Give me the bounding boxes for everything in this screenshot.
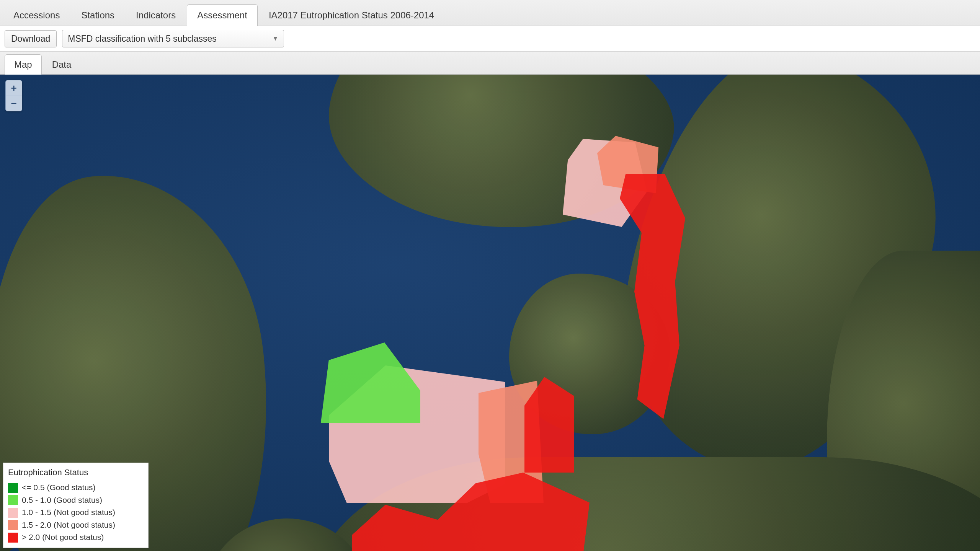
legend-swatch-icon xyxy=(8,520,18,530)
legend-item: 1.0 - 1.5 (Not good status) xyxy=(8,506,144,519)
tab-data[interactable]: Data xyxy=(42,54,81,75)
tab-stations[interactable]: Stations xyxy=(71,4,125,26)
legend-item-label: 0.5 - 1.0 (Good status) xyxy=(22,494,102,507)
map-legend: Eutrophication Status <= 0.5 (Good statu… xyxy=(3,463,149,548)
primary-tabs: Accessions Stations Indicators Assessmen… xyxy=(0,0,980,26)
legend-item-label: 1.5 - 2.0 (Not good status) xyxy=(22,519,115,531)
tab-map[interactable]: Map xyxy=(5,54,42,75)
tab-indicators[interactable]: Indicators xyxy=(126,4,186,26)
map-canvas[interactable]: + − Eutrophication Status <= 0.5 (Good s… xyxy=(0,75,980,551)
legend-item: > 2.0 (Not good status) xyxy=(8,531,144,544)
legend-swatch-icon xyxy=(8,495,18,505)
legend-title: Eutrophication Status xyxy=(8,466,144,479)
legend-item: 1.5 - 2.0 (Not good status) xyxy=(8,519,144,531)
zoom-in-button[interactable]: + xyxy=(6,80,22,96)
download-button[interactable]: Download xyxy=(5,30,57,47)
view-tabs: Map Data xyxy=(0,52,980,75)
legend-item: <= 0.5 (Good status) xyxy=(8,481,144,494)
status-region[interactable] xyxy=(321,342,420,423)
legend-swatch-icon xyxy=(8,483,18,493)
zoom-control: + − xyxy=(5,80,22,111)
assessment-toolbar: Download MSFD classification with 5 subc… xyxy=(0,26,980,52)
classification-select-value: MSFD classification with 5 subclasses xyxy=(68,34,217,44)
tab-ia2017[interactable]: IA2017 Eutrophication Status 2006-2014 xyxy=(258,4,444,26)
tab-assessment[interactable]: Assessment xyxy=(187,4,258,26)
legend-item-label: 1.0 - 1.5 (Not good status) xyxy=(22,506,115,519)
legend-item: 0.5 - 1.0 (Good status) xyxy=(8,494,144,507)
legend-swatch-icon xyxy=(8,533,18,543)
legend-item-label: <= 0.5 (Good status) xyxy=(22,481,96,494)
legend-item-label: > 2.0 (Not good status) xyxy=(22,531,104,544)
tab-accessions[interactable]: Accessions xyxy=(3,4,70,26)
zoom-out-button[interactable]: − xyxy=(6,96,22,111)
chevron-down-icon: ▼ xyxy=(272,35,278,42)
legend-swatch-icon xyxy=(8,508,18,518)
classification-select[interactable]: MSFD classification with 5 subclasses ▼ xyxy=(62,30,284,47)
